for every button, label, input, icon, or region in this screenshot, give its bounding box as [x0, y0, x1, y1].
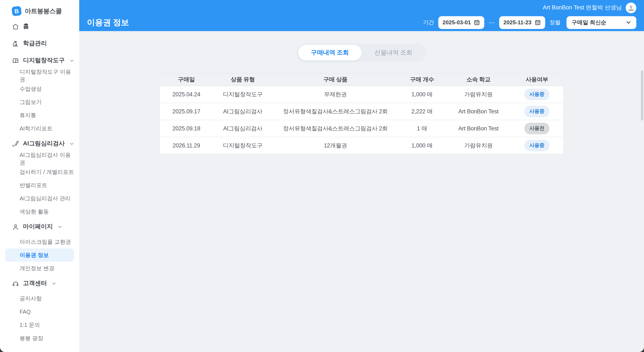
table-cell: Art BonBon Test — [446, 120, 511, 137]
sort-select[interactable]: 구매일 최신순 — [566, 16, 636, 29]
sidebar-subitem[interactable]: AI학기리포트 — [5, 122, 74, 135]
sidebar-item-ai-drawing-test[interactable]: AIAI그림심리검사 — [0, 135, 79, 152]
sidebar-subitem[interactable]: 검사하기 / 개별리포트 — [5, 165, 74, 179]
chevron-down-icon — [70, 58, 74, 63]
sidebar-subitem[interactable]: 봉봉 광장 — [5, 331, 74, 345]
topbar-user-row: Art BonBon Test 련철박 선생님 — [87, 0, 636, 14]
table-cell: 정서유형색칠검사&스트레스그림검사 2회 — [273, 120, 398, 137]
table-cell: 1,000 매 — [398, 137, 446, 154]
chevron-down-icon — [70, 141, 74, 146]
table-cell: 2,222 매 — [398, 103, 446, 120]
table-cell: 디지털창작도구 — [212, 86, 273, 103]
chevron-down-icon — [626, 20, 631, 25]
sidebar-item-label: 디지털창작도구 — [23, 57, 65, 64]
scrollbar-thumb[interactable] — [641, 70, 643, 121]
brand-logo-icon: B — [12, 6, 22, 16]
table-cell: 디지털창작도구 — [212, 137, 273, 154]
table-cell: 가람유치원 — [446, 86, 511, 103]
sidebar-subitem[interactable]: 개인정보 변경 — [5, 262, 74, 275]
table-body: 2025.04.24디지털창작도구무제한권1,000 매가람유치원사용중2025… — [160, 86, 563, 154]
sidebar-item-label: 고객센터 — [23, 279, 47, 287]
period-label: 기간 — [423, 19, 434, 26]
sidebar-subitem[interactable]: 아이스크림몰 교환권 — [5, 235, 74, 248]
user-avatar[interactable] — [626, 2, 636, 13]
status-cell: 사용중 — [511, 86, 563, 103]
column-header: 구매일 — [160, 74, 212, 86]
tab-1[interactable]: 선물내역 조회 — [362, 45, 425, 61]
main-area: Art BonBon Test 련철박 선생님 이용권 정보 기간 2025-0… — [79, 0, 644, 352]
status-cell: 사용전 — [511, 120, 563, 137]
sidebar-item-customer-center[interactable]: 고객센터 — [0, 275, 79, 292]
status-badge: 사용중 — [524, 140, 550, 151]
sidebar-subitem[interactable]: 디지털창작도구 이용권 — [5, 69, 74, 82]
calendar-icon — [534, 19, 541, 26]
calendar-icon — [474, 19, 480, 26]
table-cell: 2025.04.24 — [160, 86, 212, 103]
table-cell: 2025.09.18 — [160, 120, 212, 137]
sidebar-subitem-active[interactable]: 이용권 정보 — [5, 248, 74, 262]
topbar-title-row: 이용권 정보 기간 2025-03-01 — 2025-11-23 — [87, 14, 636, 31]
sidebar-subitem[interactable]: 그림보기 — [5, 96, 74, 109]
table-cell: 정서유형색칠검사&스트레스그림검사 2회 — [273, 103, 398, 120]
table-row: 2025.09.17AI그림심리검사정서유형색칠검사&스트레스그림검사 2회2,… — [160, 103, 563, 120]
table-cell: 1,000 매 — [398, 86, 446, 103]
sidebar-item-label: 홈 — [23, 23, 29, 30]
date-to-input[interactable]: 2025-11-23 — [499, 16, 545, 29]
svg-text:AI: AI — [12, 144, 15, 147]
date-from-input[interactable]: 2025-03-01 — [438, 16, 484, 29]
home-icon — [12, 23, 19, 30]
sidebar-item-digital-tools[interactable]: 디지털창작도구 — [0, 52, 79, 69]
table-cell: 2025.09.17 — [160, 103, 212, 120]
date-from-value: 2025-03-01 — [442, 19, 471, 26]
table-cell: Art BonBon Test — [446, 103, 511, 120]
pen-ai-icon: AI — [12, 140, 19, 147]
table-header: 구매일상품 유형구매 상품구매 개수소속 학교사용여부 — [160, 74, 563, 86]
date-to-value: 2025-11-23 — [504, 19, 532, 26]
person-icon — [12, 223, 19, 230]
sidebar-subitem[interactable]: AI그림심리검사 관리 — [5, 192, 74, 205]
chevron-down-icon — [52, 281, 56, 286]
table-row: 2026.11.29디지털창작도구12개월권1,000 매가람유치원사용중 — [160, 137, 563, 154]
sidebar-subitem[interactable]: 휴지통 — [5, 109, 74, 122]
chevron-down-icon — [58, 224, 62, 229]
app-window: B 아트봉봉스쿨 홈학급관리디지털창작도구디지털창작도구 이용권수업생성그림보기… — [0, 0, 644, 352]
table-row: 2025.04.24디지털창작도구무제한권1,000 매가람유치원사용중 — [160, 86, 563, 103]
tabs: 구매내역 조회선물내역 조회 — [297, 44, 426, 62]
sidebar-item-my-page[interactable]: 마이페이지 — [0, 218, 79, 235]
status-cell: 사용중 — [511, 137, 563, 154]
sidebar-subitem[interactable]: 공지사항 — [5, 292, 74, 305]
sidebar-item-label: 마이페이지 — [23, 223, 53, 231]
sidebar-subitem[interactable]: FAQ — [5, 305, 74, 318]
sidebar-item-label: AI그림심리검사 — [23, 140, 65, 147]
column-header: 구매 개수 — [398, 74, 446, 86]
table-cell: 무제한권 — [273, 86, 398, 103]
sort-label: 정렬 — [550, 19, 560, 26]
page-title: 이용권 정보 — [87, 17, 129, 28]
table-cell: 2026.11.29 — [160, 137, 212, 154]
sidebar-item-class-management[interactable]: 학급관리 — [0, 35, 79, 52]
table-cell: AI그림심리검사 — [212, 120, 273, 137]
sidebar-subitem[interactable]: 반별리포트 — [5, 179, 74, 192]
school-icon — [12, 40, 19, 47]
brand-logo[interactable]: B 아트봉봉스쿨 — [0, 4, 79, 18]
table-cell: 가람유치원 — [446, 137, 511, 154]
user-name: Art BonBon Test 련철박 선생님 — [543, 4, 622, 12]
content: 구매내역 조회선물내역 조회 구매일상품 유형구매 상품구매 개수소속 학교사용… — [79, 31, 644, 352]
sidebar-subitem[interactable]: 색상환 활동 — [5, 205, 74, 218]
window-backdrop: B 아트봉봉스쿨 홈학급관리디지털창작도구디지털창작도구 이용권수업생성그림보기… — [0, 0, 644, 352]
table-cell: AI그림심리검사 — [212, 103, 273, 120]
filter-controls: 기간 2025-03-01 — 2025-11-23 — [423, 16, 636, 29]
table-row: 2025.09.18AI그림심리검사정서유형색칠검사&스트레스그림검사 2회1 … — [160, 120, 563, 137]
column-header: 소속 학교 — [446, 74, 511, 86]
sidebar-subitem[interactable]: 1:1 문의 — [5, 318, 74, 331]
book-icon — [12, 57, 19, 64]
tab-0[interactable]: 구매내역 조회 — [298, 45, 362, 61]
headset-icon — [12, 280, 19, 287]
topbar: Art BonBon Test 련철박 선생님 이용권 정보 기간 2025-0… — [79, 0, 644, 31]
sidebar-item-home[interactable]: 홈 — [0, 18, 79, 35]
date-range-dash: — — [489, 19, 494, 26]
person-icon — [627, 4, 635, 12]
purchase-table: 구매일상품 유형구매 상품구매 개수소속 학교사용여부 2025.04.24디지… — [160, 73, 563, 154]
sidebar-subitem[interactable]: 수업생성 — [5, 82, 74, 96]
sidebar-subitem[interactable]: AI그림심리검사 이용권 — [5, 152, 74, 165]
